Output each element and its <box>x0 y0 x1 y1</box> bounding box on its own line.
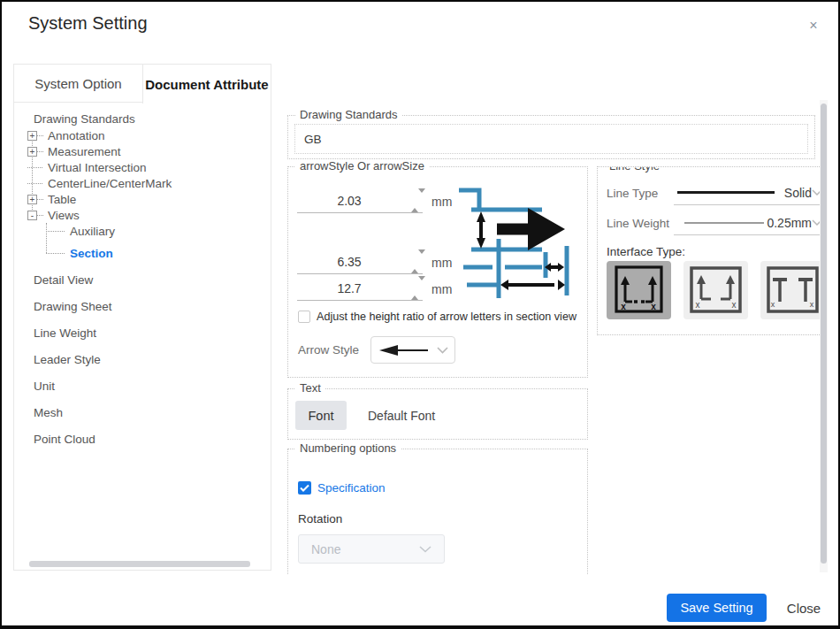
tree-item-drawing-sheet[interactable]: Drawing Sheet <box>25 298 271 314</box>
tree-item-detail-view[interactable]: Detail View <box>25 272 271 288</box>
check-icon <box>300 484 309 492</box>
tree-item-point-cloud[interactable]: Point Cloud <box>25 431 271 447</box>
arrow-style-label: Arrow Style <box>298 343 359 357</box>
text-group: Text Font Default Font <box>287 388 588 440</box>
close-button[interactable]: Close <box>780 594 828 622</box>
svg-text:x: x <box>696 300 700 310</box>
specification-label: Specification <box>317 481 386 495</box>
tree-item-unit[interactable]: Unit <box>25 378 271 394</box>
open-corners-icon: x x <box>683 261 748 319</box>
rotation-label: Rotation <box>298 512 342 525</box>
adjust-height-ratio-row: Adjust the height ratio of arrow letters… <box>298 311 587 323</box>
group-legend: Text <box>295 381 325 395</box>
arrow-size-input-3[interactable] <box>297 278 401 299</box>
font-button[interactable]: Font <box>295 401 347 430</box>
line-weight-row: Line Weight 0.25mm <box>607 210 822 236</box>
tab-label: Document Attribute <box>145 77 268 92</box>
tree-item-annotation[interactable]: + Annotation <box>25 127 271 143</box>
spinner-up-down-icon[interactable] <box>411 254 420 270</box>
tab-label: System Option <box>34 76 121 91</box>
arrow-style-select[interactable] <box>370 336 455 364</box>
arrow-size-field-2 <box>297 251 423 274</box>
arrow-size-input-2[interactable] <box>297 251 401 272</box>
svg-text:x: x <box>771 300 775 309</box>
close-icon[interactable]: × <box>803 15 824 36</box>
numbering-options-group: Numbering options Specification Rotation… <box>287 449 588 574</box>
drawing-standard-value: GB <box>304 133 322 146</box>
tree-item-table[interactable]: + Table <box>25 191 271 207</box>
dotted-connection-icon: x x <box>607 261 671 319</box>
tree-connector <box>37 215 43 216</box>
tree-item-label: CenterLine/CenterMark <box>48 177 172 190</box>
settings-tree-panel: Drawing Standards + Annotation + Measure… <box>13 102 271 571</box>
line-type-select[interactable]: Solid <box>674 180 822 205</box>
interface-type-option-t-posts[interactable]: x x <box>760 261 825 319</box>
checkbox-label: Adjust the height ratio of arrow letters… <box>317 311 577 323</box>
tree-item-mesh[interactable]: Mesh <box>25 404 271 420</box>
arrow-size-row: mm <box>297 190 452 213</box>
horizontal-scrollbar-thumb[interactable] <box>29 561 250 567</box>
unit-label: mm <box>431 195 452 209</box>
tree-item-label: Views <box>48 209 80 222</box>
svg-text:x: x <box>621 302 626 311</box>
tree-item-label: Virtual Intersection <box>48 161 147 174</box>
interface-type-option-open-corners[interactable]: x x <box>683 261 748 319</box>
settings-tree: Drawing Standards + Annotation + Measure… <box>14 103 271 570</box>
tree-item-centerline-centermark[interactable]: CenterLine/CenterMark <box>25 175 271 191</box>
plus-expander-icon[interactable]: + <box>27 147 37 157</box>
tree-item-label: Line Weight <box>34 326 96 340</box>
minus-expander-icon[interactable]: - <box>27 211 37 220</box>
drawing-standard-value-box[interactable]: GB <box>294 124 808 154</box>
arrow-style-size-group: arrowStyle Or arrowSize mm mm mm <box>287 166 588 378</box>
tree-connector <box>37 151 43 152</box>
spinner-up-down-icon[interactable] <box>411 280 420 296</box>
tree-item-leader-style[interactable]: Leader Style <box>25 351 271 367</box>
tree-connector <box>37 199 43 200</box>
arrow-size-input-1[interactable] <box>297 190 401 211</box>
group-legend: Line Style <box>605 166 664 173</box>
line-weight-sample <box>684 222 764 224</box>
line-weight-value: 0.25mm <box>767 216 812 230</box>
vertical-scrollbar-thumb[interactable] <box>821 104 827 564</box>
spinner-up-down-icon[interactable] <box>411 193 420 209</box>
tree-item-section[interactable]: Section <box>25 245 271 261</box>
tree-item-drawing-standards[interactable]: Drawing Standards <box>25 110 271 127</box>
svg-text:x: x <box>651 302 656 311</box>
line-style-group: Line Style Line Type Solid Line Weight 0… <box>597 166 827 335</box>
specification-checkbox[interactable] <box>298 481 311 495</box>
tree-item-label: Table <box>48 193 76 206</box>
tab-system-option[interactable]: System Option <box>13 64 143 103</box>
tree-item-line-weight[interactable]: Line Weight <box>25 325 271 341</box>
rotation-select[interactable]: None <box>298 534 445 564</box>
tree-connector <box>46 253 65 254</box>
tree-item-virtual-intersection[interactable]: Virtual Intersection <box>25 159 271 175</box>
group-legend: Drawing Standards <box>295 108 402 121</box>
arrow-style-row: Arrow Style <box>298 336 455 364</box>
line-weight-select[interactable]: 0.25mm <box>674 211 822 235</box>
tab-document-attribute[interactable]: Document Attribute <box>142 64 271 104</box>
tree-item-label: Mesh <box>34 406 63 419</box>
line-type-label: Line Type <box>607 187 670 200</box>
tree-connector <box>27 183 42 184</box>
unit-label: mm <box>431 256 452 270</box>
vertical-scrollbar[interactable] <box>820 100 828 572</box>
tree-item-label: Auxiliary <box>70 225 115 238</box>
group-legend: Numbering options <box>295 441 401 455</box>
tree-item-measurement[interactable]: + Measurement <box>25 143 271 159</box>
font-value: Default Font <box>368 401 435 430</box>
tree-item-label: Leader Style <box>34 353 101 366</box>
tree-connector <box>46 231 65 232</box>
interface-type-option-dotted-connection[interactable]: x x <box>607 261 671 319</box>
tree-item-label: Detail View <box>34 273 93 287</box>
tree-item-label: Annotation <box>48 129 105 142</box>
plus-expander-icon[interactable]: + <box>27 195 37 204</box>
tree-item-views[interactable]: - Views <box>25 207 271 223</box>
line-type-value: Solid <box>784 186 812 200</box>
tree-item-auxiliary[interactable]: Auxiliary <box>25 223 271 239</box>
save-setting-button[interactable]: Save Setting <box>667 594 767 622</box>
arrow-size-field-1 <box>297 190 423 213</box>
unit-label: mm <box>431 282 452 296</box>
adjust-height-ratio-checkbox[interactable] <box>298 311 310 323</box>
plus-expander-icon[interactable]: + <box>27 131 37 141</box>
chevron-down-icon <box>419 546 431 553</box>
